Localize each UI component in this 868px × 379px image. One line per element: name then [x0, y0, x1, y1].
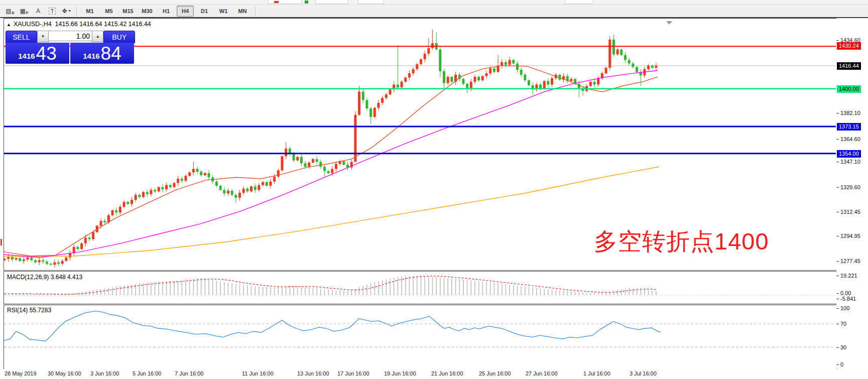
- date-tick-label: 17 Jun 16:00: [337, 370, 369, 376]
- macd-panel[interactable]: [4, 271, 837, 304]
- indicator-tick-label: 19.221: [840, 272, 857, 279]
- sell-price-pips: 43: [36, 44, 57, 64]
- axis-tick-mark: [836, 308, 839, 309]
- bar-open-value: 1415.66: [55, 21, 78, 28]
- macd-label: MACD(12,26,9) 3.648 4.413: [7, 274, 82, 281]
- axis-tick-mark: [836, 40, 839, 41]
- volume-decrease-button[interactable]: ▼: [37, 31, 49, 42]
- price-tick-label: 1382.10: [840, 109, 860, 116]
- price-tick-label: 1294.95: [840, 232, 860, 239]
- sell-button[interactable]: SELL: [6, 31, 37, 43]
- timeframe-button-m5[interactable]: M5: [100, 6, 117, 17]
- sell-price-whole: 1416: [18, 52, 35, 60]
- axis-tick-mark: [836, 261, 839, 262]
- axis-tick-mark: [836, 299, 839, 299]
- indicators-expert-icon[interactable]: ▨E: [4, 5, 17, 17]
- timeframe-button-d1[interactable]: D1: [196, 6, 213, 17]
- axis-tick-mark: [836, 162, 839, 162]
- date-tick-label: 13 Jun 16:00: [297, 370, 329, 376]
- rsi-label: RSI(14) 55.7283: [7, 307, 51, 314]
- toolbar-separator: [255, 6, 256, 16]
- axis-tick-mark: [836, 187, 839, 188]
- bar-low-value: 1415.42: [104, 21, 127, 28]
- buy-button[interactable]: BUY: [103, 31, 135, 43]
- price-tick-label: 1364.60: [840, 136, 860, 143]
- date-tick-label: 25 Jun 16:00: [479, 370, 511, 376]
- arrows-objects-icon[interactable]: ✥▾: [60, 5, 73, 17]
- volume-input[interactable]: [49, 31, 92, 41]
- timeframe-button-m15[interactable]: M15: [119, 6, 137, 17]
- volume-increase-button[interactable]: ▲: [92, 31, 103, 42]
- axis-tick-mark: [836, 236, 839, 236]
- date-tick-label: 28 May 2019: [5, 370, 37, 376]
- price-level-tag: 1430.24: [837, 42, 861, 50]
- timeframe-button-m1[interactable]: M1: [81, 6, 98, 17]
- price-tick-label: 1347.10: [840, 158, 860, 165]
- buy-price-whole: 1416: [83, 52, 99, 60]
- axis-tick-mark: [836, 324, 839, 324]
- date-tick-label: 3 Jul 16:00: [630, 370, 657, 376]
- axis-tick-mark: [836, 364, 839, 365]
- date-tick-label: 21 Jun 16:00: [431, 370, 463, 376]
- axis-tick-mark: [836, 113, 839, 113]
- one-click-trading-panel: SELL ▼ ▲ BUY 1416 43 1416 84: [6, 31, 135, 64]
- indicator-tick-label: 30: [840, 344, 846, 351]
- timeframe-button-mn[interactable]: MN: [234, 6, 251, 17]
- timeframe-button-m30[interactable]: M30: [139, 6, 156, 17]
- date-tick-label: 1 Jul 16:00: [583, 370, 610, 376]
- clipped-toolbar-strip: [0, 0, 868, 5]
- mt4-terminal-window: ▨E▦FAT✥▾M1M5M15M30H1H4D1W1MN ▲XAUUSD-,H4…: [0, 0, 868, 379]
- price-level-tag: 1373.15: [837, 123, 861, 131]
- timeframe-button-h4[interactable]: H4: [177, 6, 194, 17]
- axis-tick-mark: [836, 276, 839, 276]
- clipped-widget: [358, 0, 384, 4]
- indicator-tick-label: 70: [840, 320, 846, 327]
- timeframe-button-w1[interactable]: W1: [215, 6, 232, 17]
- timeframe-button-h1[interactable]: H1: [158, 6, 175, 17]
- rsi-chart-canvas[interactable]: [4, 305, 836, 368]
- chart-text-annotation: 多空转折点1400: [594, 226, 769, 258]
- toolbar-separator: [76, 6, 77, 16]
- indicator-tick-label: 0: [840, 361, 843, 368]
- clipped-red-fragment: [274, 1, 279, 3]
- bar-close-value: 1416.44: [129, 21, 151, 28]
- axis-tick-mark: [836, 347, 839, 348]
- grid-fibonacci-icon[interactable]: ▦F: [18, 5, 31, 17]
- clipped-widget: [315, 0, 348, 4]
- bar-high-value: 1416.64: [79, 21, 102, 28]
- macd-chart-canvas[interactable]: [4, 272, 836, 303]
- indicator-tick-label: 100: [840, 305, 849, 312]
- price-tick-label: 1312.45: [840, 208, 860, 215]
- collapse-quote-panel-icon[interactable]: ▲: [7, 22, 11, 27]
- clipped-green-fragment: [305, 1, 308, 4]
- text-label-icon[interactable]: A: [32, 5, 45, 17]
- rsi-panel[interactable]: [4, 305, 837, 369]
- clipped-candle-fragment: [1, 239, 2, 245]
- date-tick-label: 5 Jun 16:00: [133, 370, 162, 376]
- text-box-icon[interactable]: T: [46, 5, 59, 17]
- axis-tick-mark: [836, 139, 839, 140]
- date-tick-label: 7 Jun 16:00: [175, 370, 204, 376]
- axis-tick-mark: [836, 293, 839, 294]
- date-tick-label: 3 Jun 16:00: [90, 370, 119, 376]
- price-axis[interactable]: 1434.601382.101364.601347.101329.601312.…: [836, 18, 868, 369]
- price-level-tag: 1416.44: [837, 62, 861, 70]
- price-tick-label: 1277.45: [840, 258, 860, 265]
- date-tick-label: 30 May 16:00: [48, 370, 81, 376]
- price-level-tag: 1400.00: [837, 85, 861, 93]
- indicator-tick-label: -5.841: [840, 295, 856, 302]
- date-tick-label: 19 Jun 16:00: [384, 370, 416, 376]
- price-tick-label: 1329.60: [840, 184, 860, 191]
- date-tick-label: 27 Jun 16:00: [526, 370, 558, 376]
- buy-price-pips: 84: [101, 44, 121, 64]
- axis-tick-mark: [836, 212, 839, 212]
- clipped-widget: [565, 0, 593, 4]
- price-level-tag: 1354.00: [837, 150, 861, 158]
- chart-title: ▲XAUUSD-,H4 1415.66 1416.64 1415.42 1416…: [7, 21, 151, 28]
- clipped-widget: [268, 0, 302, 4]
- sell-price-button[interactable]: 1416 43: [6, 43, 69, 64]
- chart-symbol-label: XAUUSD-,H4: [14, 21, 52, 28]
- time-axis[interactable]: 28 May 201930 May 16:003 Jun 16:005 Jun …: [4, 369, 837, 379]
- chart-toolbar: ▨E▦FAT✥▾M1M5M15M30H1H4D1W1MN: [0, 5, 868, 18]
- buy-price-button[interactable]: 1416 84: [70, 43, 134, 64]
